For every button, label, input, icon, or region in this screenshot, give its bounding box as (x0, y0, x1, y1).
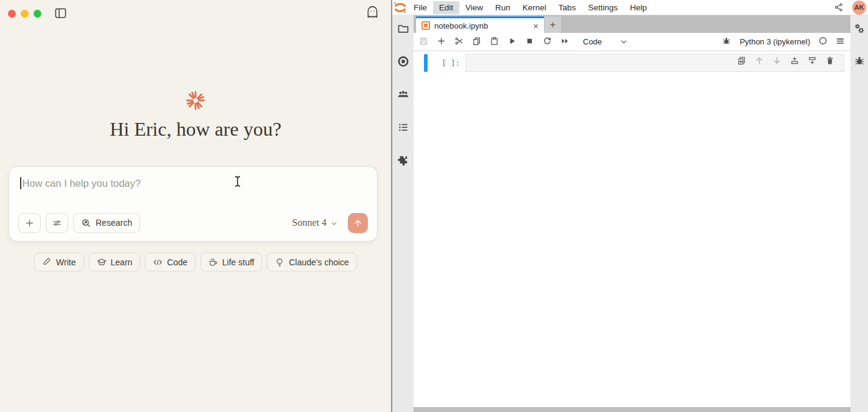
chip-label: Write (56, 257, 76, 267)
cut-icon[interactable] (454, 37, 464, 47)
lightbulb-icon (275, 257, 284, 267)
cell-prompt: [ ]: (428, 54, 465, 72)
menu-help[interactable]: Help (624, 1, 653, 14)
code-cell[interactable]: [ ]: (424, 54, 844, 72)
chip-write[interactable]: Write (34, 253, 83, 271)
chip-code[interactable]: Code (145, 253, 195, 271)
restart-kernel-icon[interactable] (543, 37, 552, 47)
model-selector[interactable]: Sonnet 4 (292, 217, 338, 228)
collaboration-users-icon[interactable] (397, 88, 409, 100)
notebook-panel: notebook.ipynb × + (414, 15, 850, 412)
insert-below-icon[interactable] (808, 56, 817, 67)
notebook-file-icon (422, 21, 430, 30)
hamburger-menu-icon[interactable] (836, 37, 845, 47)
graduation-cap-icon (97, 257, 107, 267)
run-all-icon[interactable] (560, 37, 570, 47)
ghost-icon[interactable] (366, 5, 379, 19)
folder-icon[interactable] (397, 23, 409, 35)
close-window-button[interactable] (8, 10, 16, 18)
property-inspector-gears-icon[interactable] (854, 23, 865, 34)
delete-cell-icon[interactable] (825, 56, 834, 67)
greeting-title: Hi Eric, how are you? (0, 118, 391, 141)
chat-input[interactable]: How can I help you today? (20, 177, 141, 189)
cell-toolbar (735, 56, 836, 67)
insert-above-icon[interactable] (790, 56, 799, 67)
menu-kernel[interactable]: Kernel (517, 1, 552, 14)
chevron-down-icon (620, 38, 627, 46)
close-tab-icon[interactable]: × (533, 21, 538, 30)
paste-icon[interactable] (490, 37, 499, 47)
cell-type-select[interactable]: Code (583, 37, 627, 46)
notebook-content[interactable]: [ ]: (414, 51, 850, 407)
tab-notebook[interactable]: notebook.ipynb × (416, 16, 544, 33)
running-sessions-icon[interactable] (397, 55, 409, 68)
move-up-icon[interactable] (755, 56, 764, 67)
move-down-icon[interactable] (772, 56, 782, 67)
sidebar-toggle-icon[interactable] (55, 8, 66, 18)
screen: Hi Eric, how are you? How can I help you… (0, 0, 868, 412)
menu-file[interactable]: File (408, 1, 433, 14)
text-caret (20, 177, 21, 189)
chip-life-stuff[interactable]: Life stuff (200, 253, 263, 271)
claude-window: Hi Eric, how are you? How can I help you… (0, 0, 391, 412)
jupyter-logo-icon (393, 1, 408, 14)
plus-icon (24, 218, 35, 228)
notebook-toolbar: Code Python 3 (ipykernel) (414, 33, 850, 51)
research-button[interactable]: Research (73, 213, 140, 233)
menu-settings[interactable]: Settings (582, 1, 624, 14)
traffic-lights (8, 10, 41, 18)
new-tab-button[interactable]: + (545, 16, 561, 33)
extensions-puzzle-icon[interactable] (397, 154, 409, 166)
text-cursor-pointer (233, 175, 242, 187)
model-name: Sonnet 4 (292, 217, 326, 228)
pencil-icon (42, 257, 52, 267)
chip-label: Learn (111, 257, 133, 267)
code-brackets-icon (153, 257, 163, 267)
debugger-bug-icon[interactable] (722, 37, 731, 47)
tools-sliders-button[interactable] (46, 213, 68, 233)
chip-label: Claude's choice (289, 257, 348, 267)
tab-bar: notebook.ipynb × + (414, 15, 850, 33)
tab-title: notebook.ipynb (434, 21, 529, 30)
jupyter-left-sidebar (392, 15, 414, 412)
run-icon[interactable] (507, 37, 517, 47)
add-cell-icon[interactable] (437, 37, 446, 47)
chip-label: Code (167, 257, 187, 267)
chevron-down-icon (330, 219, 338, 227)
cell-type-value: Code (583, 37, 602, 46)
save-icon[interactable] (419, 37, 428, 47)
kernel-status-circle (819, 37, 827, 47)
attach-plus-button[interactable] (18, 213, 41, 233)
menu-view[interactable]: View (459, 1, 489, 14)
send-arrow-icon (353, 218, 363, 228)
duplicate-cell-icon[interactable] (737, 56, 746, 67)
research-label: Research (96, 218, 132, 228)
coffee-cup-icon (208, 257, 218, 267)
menu-edit[interactable]: Edit (433, 1, 459, 14)
jupyter-menubar: File Edit View Run Kernel Tabs Settings … (392, 0, 868, 15)
chat-composer: How can I help you today? (9, 166, 378, 242)
chip-claudes-choice[interactable]: Claude's choice (267, 253, 356, 271)
notebook-bottom-strip (414, 407, 850, 412)
zoom-window-button[interactable] (34, 10, 41, 18)
menu-tabs[interactable]: Tabs (552, 1, 582, 14)
jupyter-right-sidebar (850, 15, 868, 412)
stop-icon[interactable] (525, 37, 534, 47)
send-button[interactable] (348, 213, 368, 233)
suggestion-chips: Write Learn Code Life stu (0, 253, 391, 271)
jupyterlab-window: File Edit View Run Kernel Tabs Settings … (392, 0, 868, 412)
avatar[interactable]: AK (852, 1, 866, 15)
sliders-icon (52, 218, 62, 228)
kernel-name[interactable]: Python 3 (ipykernel) (739, 37, 810, 46)
copy-icon[interactable] (472, 37, 481, 47)
share-icon[interactable] (834, 2, 844, 12)
claude-spark-icon (185, 89, 206, 111)
chat-input-placeholder: How can I help you today? (23, 178, 141, 189)
menu-run[interactable]: Run (489, 1, 517, 14)
minimize-window-button[interactable] (21, 10, 29, 18)
chip-learn[interactable]: Learn (89, 253, 141, 271)
table-of-contents-icon[interactable] (397, 121, 409, 133)
research-magnifier-icon (81, 218, 91, 228)
debugger-bug-icon[interactable] (854, 55, 865, 66)
chip-label: Life stuff (222, 257, 255, 267)
